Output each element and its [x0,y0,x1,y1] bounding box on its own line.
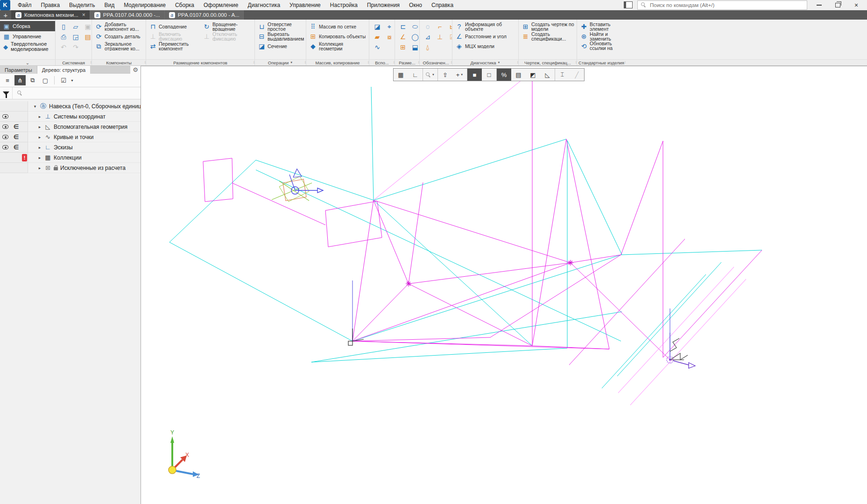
ribbon-button[interactable]: ⊞Создать чертеж по модели [522,21,575,31]
ribbon-nav-1[interactable]: ▦Управление [0,31,55,42]
document-tab-1[interactable]: aPPA.0107.04.00.000 -... [90,10,165,20]
ribbon-nav-2[interactable]: ◆Твердотельное моделирование [0,42,55,52]
menu-item-0[interactable]: Файл [13,0,36,10]
viewport-dropdown-icon[interactable]: ▼ [460,73,463,76]
tree-item[interactable]: ▸⊠Исключенные из расчета [28,163,141,173]
menu-item-5[interactable]: Сборка [170,0,199,10]
spline-icon[interactable]: ∿ [372,42,382,52]
ribbon-button[interactable]: ↻Вращение-вращение [203,21,253,31]
area-select-icon[interactable]: ▢ [40,75,51,85]
group-dropdown-icon[interactable]: ▼ [290,61,293,64]
ribbon-button[interactable]: ⟳Создать деталь [95,31,144,41]
tree-structure-icon[interactable]: ⋔ [14,75,26,85]
wireframe-display-icon[interactable]: □ [482,69,496,81]
member-icon[interactable]: ∈ [14,144,19,151]
member-icon[interactable]: ∈ [14,123,19,130]
ribbon-button[interactable]: ⧉Зеркальное отражение ко... [95,41,144,51]
axes-display-icon[interactable]: +▼ [452,69,467,81]
tab-parameters[interactable]: Параметры [0,66,37,74]
new-document-tab-button[interactable]: + [0,10,11,20]
display-filter-icon[interactable]: ☑ [58,75,69,85]
appearance-icon[interactable]: ◩ [526,69,540,81]
tree-row-0[interactable]: ▾ⓐНавеска (Тел-0, Сборочных единиц-0 [0,101,141,112]
tree-item[interactable]: ▾ⓐНавеска (Тел-0, Сборочных единиц-0 [28,101,141,112]
tab-close-icon[interactable]: × [82,12,85,18]
leader-icon[interactable]: ⌐ [435,21,445,32]
tree-row-6[interactable]: ▸⊠Исключенные из расчета [0,163,141,173]
viewport[interactable]: Y X Z ▦∟▼⇧+▼■□%▤◩◺⌶╱ [141,66,867,504]
crane-standard-items-icon[interactable]: ⌶ [555,69,570,81]
eye-icon[interactable] [2,114,8,119]
new-document-icon[interactable]: ▯ [58,21,69,32]
orientation-icon[interactable]: ⇧ [438,69,452,81]
ribbon-button[interactable]: ≣Создать спецификаци... [522,31,575,41]
eye-icon[interactable] [2,135,8,139]
open-document-icon[interactable]: ▱ [70,21,81,32]
construction-plane-icon[interactable]: ◪ [372,21,382,32]
grid-settings-icon[interactable]: ▦ [394,69,408,81]
menu-item-10[interactable]: Приложения [362,0,404,10]
surface-icon[interactable]: ▰ [372,32,382,42]
parameters-list-icon[interactable]: ≡ [2,75,13,85]
minimize-button[interactable] [812,0,826,10]
ribbon-button[interactable]: ⟳Добавить компонент из... [95,21,144,31]
tree-item[interactable]: ▸◺Вспомогательная геометрия [28,122,141,132]
expander-icon[interactable]: ▸ [37,166,42,170]
restore-button[interactable] [831,0,845,10]
menu-item-3[interactable]: Вид [99,0,119,10]
dimension-table-icon[interactable]: ⊞ [398,42,408,52]
datum-icon[interactable]: ⊾ [447,21,452,32]
member-icon[interactable]: ∈ [14,133,19,140]
ribbon-button[interactable]: ∠Расстояние и угол [455,31,516,41]
group-dropdown-icon[interactable]: ▼ [498,61,500,64]
ribbon-button[interactable]: ◪Сечение [258,41,304,51]
save-as-icon[interactable]: ▤ [83,32,92,42]
print-icon[interactable]: ⎙ [58,32,69,42]
menu-item-4[interactable]: Моделирование [119,0,170,10]
document-tab-0[interactable]: aКомпоновка механи...× [11,10,90,20]
ribbon-collapse-icon[interactable]: ⌄ [26,60,29,65]
tree-row-5[interactable]: !▸▦Коллекции [0,153,141,163]
command-search-input[interactable] [649,2,804,8]
tree-row-4[interactable]: ∈▸∟Эскизы [0,142,141,153]
tree-row-3[interactable]: ∈▸∿Кривые и точки [0,132,141,142]
viewport-dropdown-icon[interactable]: ▼ [432,73,435,76]
expander-icon[interactable]: ▸ [37,145,42,150]
ribbon-button[interactable]: ◆Коллекция геометрии [309,41,367,51]
menu-item-12[interactable]: Справка [427,0,458,10]
local-cs-icon[interactable]: ⧇ [384,32,395,42]
menu-item-6[interactable]: Оформление [199,0,243,10]
tree-item[interactable]: ▸∿Кривые и точки [28,132,141,142]
shaded-display-icon[interactable]: ■ [467,69,482,81]
menu-item-1[interactable]: Правка [36,0,65,10]
expander-icon[interactable]: ▾ [33,104,37,109]
filter-funnel-button[interactable] [0,87,13,99]
radial-dimension-icon[interactable]: ◯ [410,32,419,42]
tab-tree-structure[interactable]: Дерево: структура [37,66,91,74]
tree-row-2[interactable]: ∈▸◺Вспомогательная геометрия [0,122,141,132]
tree-item[interactable]: ▸∟Эскизы [28,142,141,153]
sketch-mode-icon[interactable]: ∟ [408,69,423,81]
gear-icon[interactable]: ⚙ [130,66,141,74]
ribbon-button[interactable]: ⇄Переместить компонент [149,41,199,51]
components-view-icon[interactable]: ⧉ [27,75,38,85]
ribbon-button[interactable]: ⊞Копировать объекты [309,31,367,41]
roughness-icon[interactable]: ◌ [423,21,433,32]
eye-icon[interactable] [2,145,8,149]
menu-item-9[interactable]: Настройка [325,0,362,10]
document-tab-2[interactable]: aPPA.0107.00.00.000 - A... [165,10,244,20]
ribbon-button[interactable]: ⠿Массив по сетке [309,21,367,31]
measure-icon[interactable]: ◺ [540,69,555,81]
surface-mark-icon[interactable]: ⊿ [423,32,433,42]
construction-axis-icon[interactable]: ⌖ [384,21,395,32]
ribbon-button[interactable]: ⊓Совпадение [149,21,199,31]
tree-item[interactable]: ▸▦Коллекции [28,153,141,163]
expander-icon[interactable]: ▸ [37,125,42,129]
clip-box-icon[interactable]: ▤ [511,69,526,81]
close-button[interactable]: × [849,0,863,10]
ribbon-button[interactable]: ⊔Отверстие простое [258,21,304,31]
ribbon-button[interactable]: ⊟Вырезать выдавливанием [258,31,304,41]
preview-icon[interactable]: ◲ [70,32,81,42]
menu-item-2[interactable]: Выделить [64,0,99,10]
leader-note-icon[interactable]: ⬓ [410,42,419,52]
